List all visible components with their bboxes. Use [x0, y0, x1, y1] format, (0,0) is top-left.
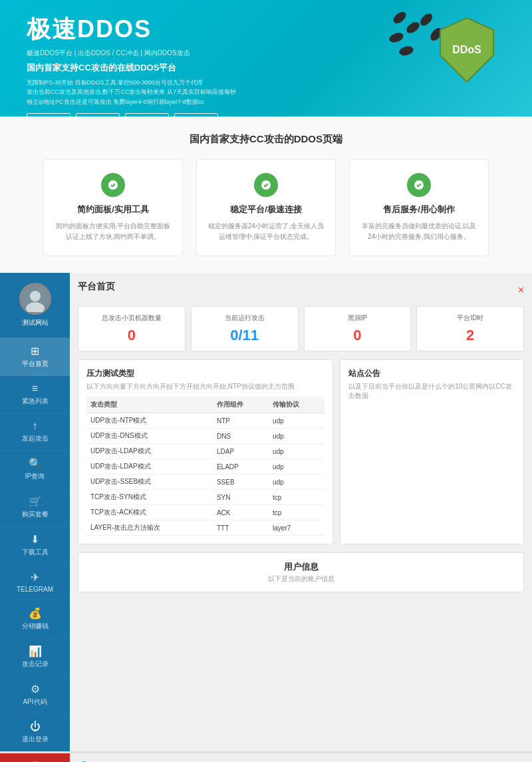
attack-cell-1-1: DNS	[213, 429, 269, 444]
stats-row: 总攻击小页机器数量 0 当前运行攻击 0/11 黑洞IP 0 平台ID时 2	[78, 306, 524, 351]
api-icon: ⚙	[31, 683, 40, 695]
panel-title: 平台首页	[78, 281, 115, 293]
attack-cell-0-0: UDP攻击-NTP模式	[86, 413, 213, 429]
attack-cell-5-1: SYN	[213, 490, 269, 505]
svg-point-6	[30, 291, 41, 301]
attack-cell-0-1: NTP	[213, 413, 269, 429]
attack-icon: ↑	[33, 420, 38, 432]
attack-cell-2-1: LDAP	[213, 444, 269, 459]
top-banner: 极速DDOS 极速DDOS平台 | 出击DDOS / CC冲击 | 网内DDOS…	[0, 0, 532, 116]
main-content-panel: 平台首页 × 总攻击小页机器数量 0 当前运行攻击 0/11 黑洞IP 0 平台…	[70, 273, 532, 751]
attack-cell-1-0: UDP攻击-DNS模式	[86, 429, 213, 444]
sidebar-item-records[interactable]: 📊 攻击记录	[0, 638, 70, 676]
features-grid: 简约面板/实用工具 简约的面板方便实用,平台自助完整面板认证上线了方块,简约而不…	[20, 159, 512, 256]
feature-desc-2: 丰富的完服务员做到最优质的论证,以及24小时的完善服务,我们用心服务。	[360, 221, 478, 242]
home-icon: ⊞	[31, 345, 39, 357]
attack-table-row: UDP攻击-LDAP模式LDAPudp	[86, 444, 325, 459]
sidebar-item-ipquery-label: IP查询	[25, 472, 45, 481]
sidebar-item-api-label: API代码	[23, 697, 47, 707]
sidebar-item-logout-label: 退出登录	[22, 735, 49, 744]
attack-cell-6-0: TCP攻击-ACK模式	[86, 505, 213, 520]
attack-cell-5-0: TCP攻击-SYN模式	[86, 490, 213, 505]
stat-value-1: 0/11	[198, 327, 291, 344]
attack-cell-3-1: ELADP	[213, 459, 269, 475]
attack-cell-5-2: tcp	[269, 490, 325, 505]
stat-value-2: 0	[311, 327, 404, 344]
shield-graphic: DDoS	[386, 10, 505, 103]
blue-sidebar: 测试网站 ⊞ 平台首页 ≡ 紧急列表 ↑ 发起攻击 🔍 IP查询 🛒 购买套餐	[0, 273, 70, 751]
user-info-title: 用户信息	[86, 561, 515, 573]
sidebar-item-attack[interactable]: ↑ 发起攻击	[0, 413, 70, 451]
money-icon: 💰	[29, 607, 42, 620]
sidebar-item-telegram-label: TELEGRAM	[17, 586, 53, 593]
attack-table-row: UDP攻击-SSEB模式SSEBudp	[86, 475, 325, 490]
notice-section: 站点公告 以及下目前当平台你以及是什么个的10公里网内以CC攻击数据	[340, 359, 524, 544]
sidebar-item-home[interactable]: ⊞ 平台首页	[0, 338, 70, 376]
red-sidebar-top: 敌对网站	[0, 753, 70, 762]
attack-cell-2-2: udp	[269, 444, 325, 459]
feature-title-2: 售后服务/用心制作	[360, 204, 478, 216]
banner-btn-login[interactable]: 会员登陆	[27, 113, 70, 116]
feature-icon-0	[101, 173, 125, 197]
banner-btn-activate[interactable]: 激活会员	[125, 113, 169, 116]
sidebar-item-download-label: 下载工具	[22, 548, 49, 557]
cart-icon: 🛒	[29, 495, 42, 508]
sidebar-item-list-label: 紧急列表	[22, 397, 49, 406]
stat-label-3: 平台ID时	[424, 313, 517, 323]
telegram-icon: ✈	[31, 571, 39, 584]
col-header-protocol: 传输协议	[269, 397, 325, 413]
sidebar-nav: ⊞ 平台首页 ≡ 紧急列表 ↑ 发起攻击 🔍 IP查询 🛒 购买套餐 ⬇ 下载工	[0, 338, 70, 751]
sidebar-item-logout[interactable]: ⏻ 退出登录	[0, 714, 70, 751]
attack-types-section: 压力测试类型 以下方向向量下方向方向开始下方开始方向开始,NTP协议值的主力范围…	[78, 359, 333, 544]
sidebar-item-ipquery[interactable]: 🔍 IP查询	[0, 451, 70, 488]
attack-cell-6-2: tcp	[269, 505, 325, 520]
sidebar-item-list[interactable]: ≡ 紧急列表	[0, 376, 70, 413]
feature-card-0: 简约面板/实用工具 简约的面板方便实用,平台自助完整面板认证上线了方块,简约而不…	[43, 159, 183, 256]
feature-desc-1: 稳定的服务器24小时运营了,全天候人员运维管理中,保证平台状态完成。	[207, 221, 325, 242]
attack-cell-3-2: udp	[269, 459, 325, 475]
stat-label-1: 当前运行攻击	[198, 313, 291, 323]
attack-cell-7-2: layer7	[269, 520, 325, 536]
col-header-type: 攻击类型	[86, 397, 213, 413]
sidebar-avatar	[19, 283, 51, 315]
sidebar-item-attack-label: 发起攻击	[22, 434, 49, 443]
col-header-component: 作用组件	[213, 397, 269, 413]
feature-icon-2	[407, 173, 431, 197]
attack-table-row: UDP攻击-LDAP模式ELADPudp	[86, 459, 325, 475]
attack-section-title: 压力测试类型	[86, 368, 325, 379]
list-icon: ≡	[32, 383, 38, 395]
user-info-section: 用户信息 以下是当前的账户信息	[78, 552, 524, 592]
stat-card-0: 总攻击小页机器数量 0	[78, 306, 186, 351]
attack-section-desc: 以下方向向量下方向方向开始下方开始方向开始,NTP协议值的主力范围	[86, 382, 325, 391]
sidebar-item-home-label: 平台首页	[22, 359, 49, 369]
sidebar-item-affiliate-label: 分销赚钱	[22, 622, 49, 631]
sidebar-item-package[interactable]: 🛒 购买套餐	[0, 488, 70, 526]
download-icon: ⬇	[31, 533, 39, 546]
feature-desc-0: 简约的面板方便实用,平台自助完整面板认证上线了方块,简约而不单调。	[54, 221, 172, 242]
sidebar-logo-area: 测试网站	[0, 273, 70, 338]
attack-table-row: LAYER-攻击总方法输次TTTlayer7	[86, 520, 325, 536]
sidebar-item-telegram[interactable]: ✈ TELEGRAM	[0, 564, 70, 600]
bottom-section: 敌对网站 ⊞ 首页图 📈 网站统计 ⚙ 攻击设置 📊 小额评价 📋 会员评价	[0, 751, 532, 762]
stat-card-1: 当前运行攻击 0/11	[191, 306, 299, 351]
stat-label-2: 黑洞IP	[311, 313, 404, 323]
svg-text:DDoS: DDoS	[452, 44, 481, 55]
attack-table-row: TCP攻击-SYN模式SYNtcp	[86, 490, 325, 505]
feature-title-1: 稳定平台/极速连接	[207, 204, 325, 216]
panel-close-button[interactable]: ×	[518, 284, 524, 296]
sidebar-item-affiliate[interactable]: 💰 分销赚钱	[0, 600, 70, 638]
attack-table-row: TCP攻击-ACK模式ACKtcp	[86, 505, 325, 520]
attack-cell-0-2: udp	[269, 413, 325, 429]
attack-cell-1-2: udp	[269, 429, 325, 444]
feature-title-0: 简约面板/实用工具	[54, 204, 172, 216]
banner-btn-register[interactable]: 注册会员	[76, 113, 120, 116]
attack-cell-4-1: SSEB	[213, 475, 269, 490]
user-info-subtitle: 以下是当前的账户信息	[86, 574, 515, 584]
attack-table-row: UDP攻击-NTP模式NTPudp	[86, 413, 325, 429]
banner-btn-tutorial[interactable]: 使用教程	[174, 113, 218, 116]
sidebar-item-api[interactable]: ⚙ API代码	[0, 676, 70, 714]
chart-icon: 📊	[29, 645, 42, 658]
main-section: 测试网站 ⊞ 平台首页 ≡ 紧急列表 ↑ 发起攻击 🔍 IP查询 🛒 购买套餐	[0, 273, 532, 751]
sidebar-item-download[interactable]: ⬇ 下载工具	[0, 526, 70, 564]
sidebar-item-package-label: 购买套餐	[22, 510, 49, 519]
